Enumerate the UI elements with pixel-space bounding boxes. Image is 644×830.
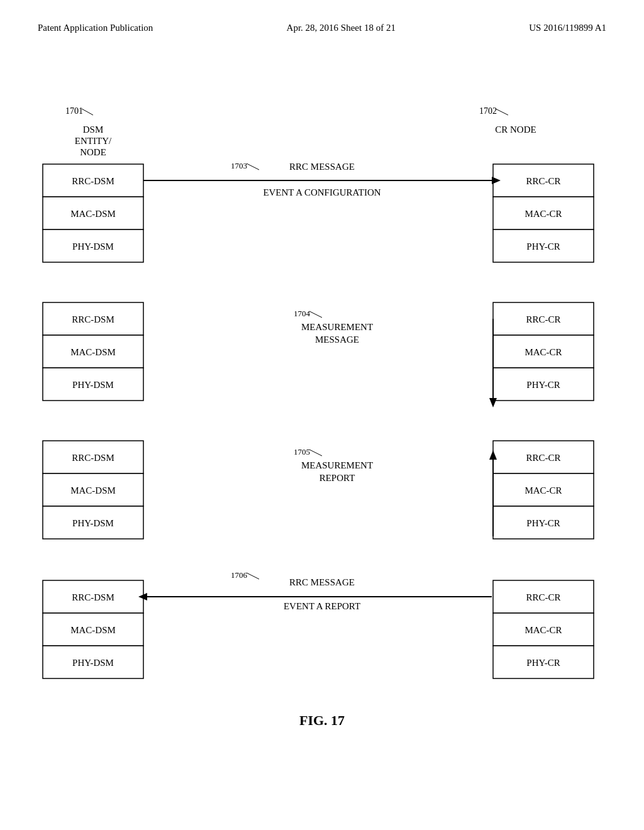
svg-text:NODE: NODE (80, 147, 106, 157)
header-right: US 2016/119899 A1 (529, 23, 606, 33)
svg-line-69 (309, 450, 322, 456)
svg-text:RRC  MESSAGE: RRC MESSAGE (289, 577, 355, 587)
svg-text:DSM: DSM (83, 124, 104, 135)
svg-text:RRC-CR: RRC-CR (526, 453, 560, 463)
svg-text:MAC-CR: MAC-CR (525, 485, 562, 495)
svg-text:RRC-DSM: RRC-DSM (72, 176, 114, 186)
svg-text:RRC-DSM: RRC-DSM (72, 453, 114, 463)
svg-text:1704: 1704 (294, 309, 311, 318)
svg-line-30 (496, 109, 508, 115)
svg-text:RRC-CR: RRC-CR (526, 314, 560, 324)
svg-text:ENTITY/: ENTITY/ (75, 136, 112, 146)
svg-text:MAC-DSM: MAC-DSM (70, 485, 116, 495)
svg-text:MEASUREMENT: MEASUREMENT (301, 322, 373, 332)
svg-text:PHY-CR: PHY-CR (526, 518, 560, 528)
svg-text:CR NODE: CR NODE (495, 124, 536, 135)
svg-text:1706: 1706 (231, 570, 248, 580)
svg-text:PHY-DSM: PHY-DSM (72, 518, 114, 528)
svg-text:MAC-DSM: MAC-DSM (70, 625, 116, 635)
svg-line-1 (82, 109, 93, 115)
svg-text:RRC  MESSAGE: RRC MESSAGE (289, 162, 355, 172)
svg-text:EVENT  A  CONFIGURATION: EVENT A CONFIGURATION (263, 187, 380, 197)
svg-text:RRC-DSM: RRC-DSM (72, 592, 114, 602)
svg-text:EVENT  A  REPORT: EVENT A REPORT (284, 601, 360, 611)
svg-text:MAC-CR: MAC-CR (525, 209, 562, 219)
svg-text:PHY-CR: PHY-CR (526, 658, 560, 668)
svg-text:MESSAGE: MESSAGE (315, 335, 359, 345)
svg-text:MAC-DSM: MAC-DSM (70, 209, 116, 219)
svg-text:FIG. 17: FIG. 17 (299, 712, 345, 728)
svg-text:RRC-CR: RRC-CR (526, 592, 560, 602)
svg-text:1701: 1701 (65, 106, 83, 116)
svg-text:PHY-CR: PHY-CR (526, 241, 560, 252)
svg-text:PHY-DSM: PHY-DSM (72, 241, 114, 252)
svg-text:MEASUREMENT: MEASUREMENT (301, 460, 373, 470)
svg-line-59 (247, 163, 259, 170)
svg-text:1702: 1702 (479, 106, 497, 116)
svg-text:MAC-DSM: MAC-DSM (70, 347, 116, 357)
svg-text:1705: 1705 (294, 447, 310, 456)
svg-text:RRC-DSM: RRC-DSM (72, 314, 114, 324)
svg-text:1703: 1703 (231, 161, 247, 170)
svg-text:REPORT: REPORT (319, 473, 355, 483)
svg-line-63 (309, 311, 322, 318)
svg-text:PHY-DSM: PHY-DSM (72, 658, 114, 668)
svg-text:MAC-CR: MAC-CR (525, 347, 562, 357)
diagram-area: text { font-family: 'Times New Roman', T… (0, 40, 644, 794)
header-center: Apr. 28, 2016 Sheet 18 of 21 (287, 23, 396, 33)
page-header: Patent Application Publication Apr. 28, … (0, 0, 644, 33)
header-left: Patent Application Publication (38, 23, 153, 33)
svg-line-77 (247, 573, 259, 579)
svg-text:PHY-DSM: PHY-DSM (72, 380, 114, 390)
svg-marker-67 (489, 398, 497, 407)
svg-text:MAC-CR: MAC-CR (525, 625, 562, 635)
svg-text:PHY-CR: PHY-CR (526, 380, 560, 390)
svg-text:RRC-CR: RRC-CR (526, 176, 560, 186)
